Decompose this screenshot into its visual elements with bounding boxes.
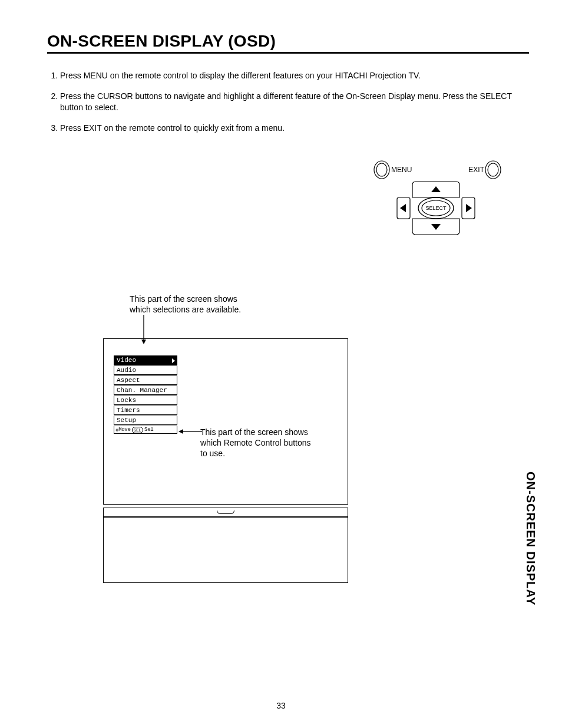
menu-hint-bar: ✥ Move SEL Sel (114, 426, 177, 434)
caption-line: This part of the screen shows (200, 427, 308, 437)
hint-move: Move (118, 427, 130, 433)
caption-line: which selections are available. (130, 305, 241, 314)
menu-item-chan-manager: Chan. Manager (114, 386, 177, 395)
instruction-list: Press MENU on the remote control to disp… (47, 70, 529, 134)
menu-item-audio: Audio (114, 365, 177, 375)
svg-marker-5 (431, 224, 441, 230)
tv-illustration: Video Audio Aspect Chan. Manager Locks T… (103, 338, 348, 583)
svg-marker-4 (431, 186, 441, 192)
exit-label: EXIT (468, 166, 484, 174)
menu-label: MENU (391, 166, 412, 174)
svg-point-3 (488, 163, 498, 176)
menu-item-locks: Locks (114, 396, 177, 405)
svg-marker-9 (466, 204, 472, 212)
page-title: ON-SCREEN DISPLAY (OSD) (47, 32, 529, 54)
step-1: Press MENU on the remote control to disp… (60, 70, 529, 81)
caption-line: This part of the screen shows (130, 294, 237, 304)
step-3: Press EXIT on the remote control to quic… (60, 123, 529, 134)
hint-sel: Sel (144, 427, 153, 433)
remote-diagram: MENU EXIT SELECT (371, 158, 507, 246)
svg-marker-7 (400, 204, 406, 212)
osd-menu: Video Audio Aspect Chan. Manager Locks T… (114, 355, 177, 434)
menu-item-video: Video (114, 355, 177, 365)
tv-bezel (103, 508, 348, 517)
caption-remote-buttons: This part of the screen shows which Remo… (200, 427, 311, 459)
select-label: SELECT (425, 205, 447, 211)
tv-screen: Video Audio Aspect Chan. Manager Locks T… (103, 338, 348, 505)
step-2: Press the CURSOR buttons to navigate and… (60, 91, 529, 113)
svg-marker-15 (178, 429, 183, 434)
menu-item-timers: Timers (114, 406, 177, 415)
section-tab: ON-SCREEN DISPLAY (524, 472, 537, 605)
page-number: 33 (0, 701, 562, 710)
manual-page: ON-SCREEN DISPLAY (OSD) Press MENU on th… (0, 0, 562, 728)
hint-sel-button: SEL (132, 427, 144, 433)
tv-base (103, 517, 348, 583)
pointer-arrow-icon (178, 428, 202, 435)
caption-line: which Remote Control buttons (200, 438, 311, 447)
menu-item-aspect: Aspect (114, 375, 177, 385)
svg-point-1 (376, 163, 387, 176)
caption-line: to use. (200, 449, 225, 458)
caption-selections: This part of the screen shows which sele… (130, 294, 241, 315)
menu-item-setup: Setup (114, 416, 177, 425)
